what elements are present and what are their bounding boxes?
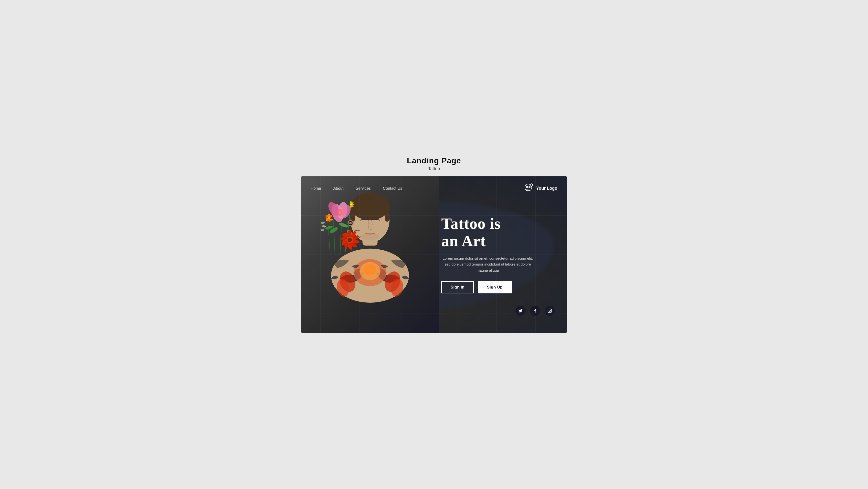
nav-item-home[interactable]: Home bbox=[311, 186, 321, 191]
svg-point-64 bbox=[526, 186, 528, 188]
twitter-icon[interactable] bbox=[515, 306, 526, 316]
logo-area: Your Logo bbox=[523, 183, 557, 194]
svg-point-77 bbox=[549, 310, 551, 312]
nav-link-about[interactable]: About bbox=[333, 186, 344, 191]
nav-link-home[interactable]: Home bbox=[311, 186, 321, 191]
nav-links: Home About Services Contact Us bbox=[311, 186, 402, 191]
signin-button[interactable]: Sign In bbox=[441, 281, 474, 293]
svg-line-74 bbox=[530, 186, 530, 186]
signup-button[interactable]: Sign Up bbox=[478, 281, 512, 293]
nav-item-contact[interactable]: Contact Us bbox=[383, 186, 402, 191]
hero-description: Lorem ipsum dolor sit amet, consectetur … bbox=[441, 256, 534, 274]
nav-item-about[interactable]: About bbox=[333, 186, 344, 191]
page-title: Landing Page bbox=[407, 156, 461, 165]
nav-link-services[interactable]: Services bbox=[356, 186, 371, 191]
hero-right-content: Tattoo is an Art Lorem ipsum dolor sit a… bbox=[434, 201, 567, 333]
facebook-icon[interactable] bbox=[530, 306, 540, 316]
hero-headline: Tattoo is an Art bbox=[441, 215, 555, 250]
hero-buttons: Sign In Sign Up bbox=[441, 281, 555, 293]
hero-content: Tattoo is an Art Lorem ipsum dolor sit a… bbox=[301, 201, 567, 333]
page-subtitle: Tattoo bbox=[407, 166, 461, 171]
nav-item-services[interactable]: Services bbox=[356, 186, 371, 191]
svg-line-75 bbox=[530, 184, 530, 184]
navbar: Home About Services Contact Us bbox=[301, 176, 567, 201]
landing-card: Home About Services Contact Us bbox=[301, 176, 567, 333]
svg-point-65 bbox=[529, 186, 530, 188]
instagram-icon[interactable] bbox=[545, 306, 555, 316]
svg-line-71 bbox=[532, 184, 533, 184]
svg-rect-76 bbox=[548, 309, 552, 313]
social-icons bbox=[441, 306, 555, 316]
hero-left-space bbox=[301, 201, 434, 333]
headline-line2: an Art bbox=[441, 232, 486, 250]
nav-link-contact[interactable]: Contact Us bbox=[383, 186, 402, 191]
logo-text: Your Logo bbox=[536, 186, 557, 191]
svg-line-72 bbox=[532, 186, 533, 186]
headline-line1: Tattoo is bbox=[441, 215, 501, 232]
svg-point-78 bbox=[551, 310, 551, 310]
skull-icon bbox=[523, 183, 534, 194]
